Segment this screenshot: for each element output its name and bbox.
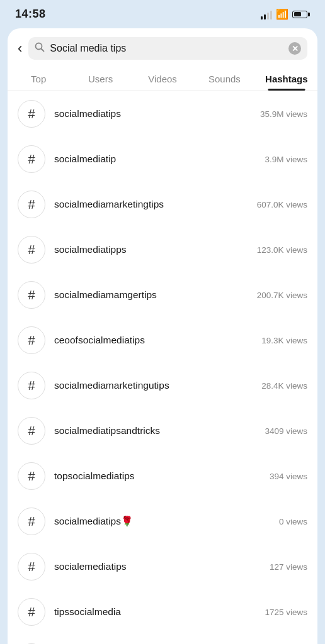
tab-top[interactable]: Top <box>8 67 69 91</box>
tag-name: ceoofsocialmediatips <box>54 335 253 346</box>
phone-frame: 14:58 📶 ‹ <box>0 0 325 644</box>
hashtag-icon: # <box>18 462 45 490</box>
list-item[interactable]: # socialmediatip 3.9M views <box>8 136 317 182</box>
hashtag-icon: # <box>18 508 45 535</box>
tabs-row: Top Users Videos Sounds Hashtags <box>8 65 317 91</box>
view-count: 123.0K views <box>257 245 307 255</box>
clear-button[interactable]: ✕ <box>288 42 301 55</box>
hashtag-icon: # <box>18 236 45 264</box>
tag-name: socialmediamamgertips <box>54 289 248 301</box>
tag-name: socialemediatips <box>54 561 261 572</box>
tag-name: socialmediatips <box>54 108 251 119</box>
results-list: # socialmediatips 35.9M views # socialme… <box>8 91 317 644</box>
view-count: 3409 views <box>265 426 307 436</box>
svg-line-1 <box>42 49 44 52</box>
view-count: 35.9M views <box>260 109 307 119</box>
view-count: 607.0K views <box>257 200 307 209</box>
view-count: 19.3K views <box>261 336 307 345</box>
tab-users[interactable]: Users <box>69 67 131 91</box>
main-content: ‹ Social media tips ✕ Top Users <box>8 28 317 644</box>
hashtag-icon: # <box>18 417 45 445</box>
status-time: 14:58 <box>15 8 46 21</box>
list-item[interactable]: # socialmediatips 35.9M views <box>8 91 317 136</box>
hashtag-icon: # <box>18 372 45 399</box>
tab-hashtags[interactable]: Hashtags <box>256 67 317 91</box>
list-item[interactable]: # socialmediatips🌹 0 views <box>8 499 317 544</box>
view-count: 200.7K views <box>257 291 307 300</box>
hashtag-icon: # <box>18 281 45 309</box>
view-count: 127 views <box>270 562 307 572</box>
hashtag-icon: # <box>18 326 45 354</box>
tab-videos[interactable]: Videos <box>132 67 193 91</box>
hashtag-icon: # <box>18 553 45 580</box>
tag-name: socialmediatipsandtricks <box>54 425 256 436</box>
tag-name: tipssocialmedia <box>54 606 256 618</box>
tab-sounds[interactable]: Sounds <box>193 67 255 91</box>
list-item[interactable]: # ceoofsocialmediatips 19.3K views <box>8 318 317 363</box>
list-item[interactable]: # socialmediamamgertips 200.7K views <box>8 272 317 318</box>
tag-name: topsocialmediatips <box>54 470 261 482</box>
list-item[interactable]: # socialemediatips 127 views <box>8 544 317 589</box>
wifi-icon: 📶 <box>276 8 288 20</box>
list-item[interactable]: # socialmediamarketingutips 28.4K views <box>8 363 317 408</box>
list-item[interactable]: # socialmediatipps 123.0K views <box>8 227 317 272</box>
tag-name: socialmediamarketingutips <box>54 380 253 391</box>
hashtag-icon: # <box>18 100 45 128</box>
tag-name: socialmediatips🌹 <box>54 516 270 527</box>
list-item[interactable]: # socialmediamarketingtips 607.0K views <box>8 182 317 227</box>
status-bar: 14:58 📶 <box>0 0 325 26</box>
view-count: 28.4K views <box>261 381 307 391</box>
tag-name: socialmediatip <box>54 153 256 165</box>
view-count: 3.9M views <box>265 155 307 164</box>
tag-name: socialmediatipps <box>54 244 248 255</box>
list-item[interactable]: # tipssocialmedia 1725 views <box>8 589 317 635</box>
signal-icon <box>261 9 272 19</box>
view-count: 1725 views <box>265 608 307 617</box>
list-item[interactable]: # topsocialmediatips 394 views <box>8 453 317 499</box>
list-item[interactable]: # socialmediatipsandtricks 3409 views <box>8 408 317 453</box>
battery-icon <box>292 11 310 18</box>
back-button[interactable]: ‹ <box>18 42 22 55</box>
view-count: 0 views <box>279 517 307 526</box>
search-bar[interactable]: Social media tips ✕ <box>28 37 307 60</box>
view-count: 394 views <box>270 472 307 481</box>
hashtag-icon: # <box>18 145 45 173</box>
hashtag-icon: # <box>18 191 45 218</box>
hashtag-icon: # <box>18 598 45 626</box>
search-icon <box>35 42 45 55</box>
status-icons: 📶 <box>261 8 310 20</box>
list-item[interactable]: # socialmediamaretips 0 views <box>8 635 317 644</box>
search-query[interactable]: Social media tips <box>50 43 283 54</box>
tag-name: socialmediamarketingtips <box>54 199 248 210</box>
search-bar-area: ‹ Social media tips ✕ <box>8 28 317 65</box>
